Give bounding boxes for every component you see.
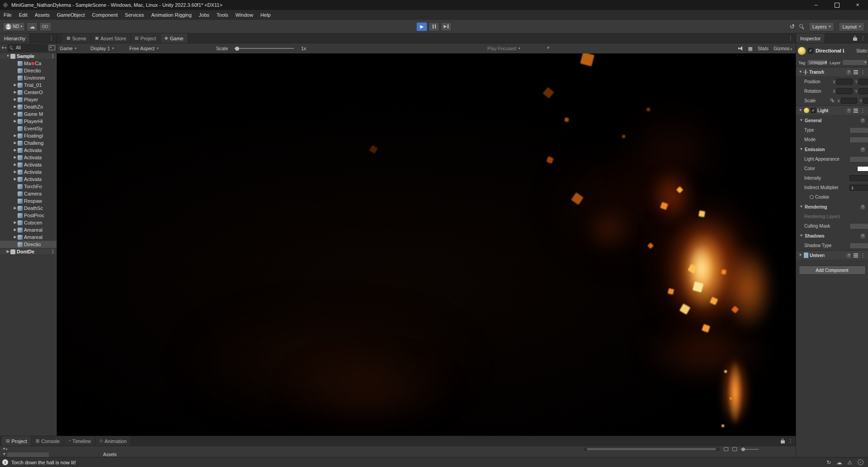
- help-icon[interactable]: ?: [860, 234, 865, 238]
- hierarchy-item-game-m[interactable]: ▶Game M: [0, 110, 57, 118]
- menu-item-window[interactable]: Window: [232, 10, 257, 20]
- hierarchy-item-activata[interactable]: ▶Activata: [0, 161, 57, 168]
- foldout-closed-icon[interactable]: ▶: [13, 228, 18, 232]
- tab-timeline[interactable]: ◔Timeline: [64, 436, 96, 446]
- add-asset-button[interactable]: +▾: [3, 447, 7, 451]
- foldout-open-icon[interactable]: ▼: [798, 109, 803, 112]
- tab-hierarchy[interactable]: Hierarchy: [0, 33, 30, 43]
- foldout-open-icon[interactable]: ▼: [798, 253, 803, 257]
- mode-dropdown[interactable]: ▾: [849, 137, 868, 143]
- foldout-closed-icon[interactable]: ▶: [13, 156, 18, 159]
- tab-game[interactable]: ◉Game: [160, 33, 188, 43]
- hierarchy-item-amareal[interactable]: ▶Amareal: [0, 234, 57, 241]
- search-icon[interactable]: [799, 24, 804, 29]
- play-button[interactable]: ▶: [416, 22, 427, 31]
- menu-item-help[interactable]: Help: [257, 10, 274, 20]
- grid-icon[interactable]: ▦: [748, 46, 753, 51]
- foldout-closed-icon[interactable]: ▶: [13, 112, 18, 116]
- help-icon[interactable]: ?: [846, 253, 851, 258]
- play-focused-dropdown[interactable]: Play Focused▾: [487, 43, 520, 53]
- foldout-open-icon[interactable]: ▼: [5, 54, 10, 58]
- component-menu-icon[interactable]: ⋮: [860, 108, 865, 113]
- account-button[interactable]: ND ▾: [3, 22, 25, 31]
- add-component-button[interactable]: Add Component: [799, 266, 866, 275]
- foldout-closed-icon[interactable]: ▶: [13, 98, 18, 101]
- layout-dropdown[interactable]: Layout ▾: [839, 22, 864, 31]
- emission-section-header[interactable]: ▼ Emission ?: [796, 144, 868, 154]
- tab-inspector[interactable]: Inspector: [796, 33, 825, 43]
- preset-icon[interactable]: [854, 253, 858, 257]
- minimize-button[interactable]: –: [806, 0, 826, 10]
- game-viewport[interactable]: [57, 53, 796, 436]
- foldout-open-icon[interactable]: ▼: [2, 453, 7, 456]
- hierarchy-item-dontde[interactable]: ▶DontDe⋮: [0, 248, 57, 255]
- tab-project[interactable]: ▤Project: [2, 436, 32, 446]
- scale-slider[interactable]: [234, 43, 294, 53]
- light-enabled-checkbox[interactable]: ✓: [811, 108, 816, 113]
- tab-animation[interactable]: ◇Animation: [95, 436, 131, 446]
- menu-item-tools[interactable]: Tools: [213, 10, 232, 20]
- hierarchy-item-trial-01[interactable]: ▶Trial_01: [0, 81, 57, 89]
- hierarchy-item-directio[interactable]: Directio: [0, 241, 57, 248]
- foldout-closed-icon[interactable]: ▶: [13, 83, 18, 87]
- link-constrain-icon[interactable]: [830, 99, 835, 103]
- cloud-services-button[interactable]: ☁: [27, 22, 38, 31]
- preset-icon[interactable]: [854, 70, 858, 74]
- hierarchy-item-sample[interactable]: ▼Sample⋮: [0, 52, 57, 60]
- foldout-closed-icon[interactable]: ▶: [13, 134, 18, 138]
- hierarchy-item-postproc[interactable]: PostProc: [0, 212, 57, 219]
- shadows-section-header[interactable]: ▼ Shadows ?: [796, 231, 868, 241]
- help-icon[interactable]: ?: [860, 147, 865, 152]
- foldout-open-icon[interactable]: ▼: [799, 148, 804, 151]
- component-menu-icon[interactable]: ⋮: [860, 253, 865, 258]
- help-icon[interactable]: ?: [846, 70, 851, 75]
- type-dropdown[interactable]: ▾: [849, 127, 868, 133]
- version-control-button[interactable]: [39, 22, 52, 31]
- scale-x-field[interactable]: [841, 98, 857, 104]
- static-label[interactable]: Static: [856, 48, 868, 53]
- hierarchy-item-respaw[interactable]: Respaw: [0, 197, 57, 205]
- foldout-closed-icon[interactable]: ▶: [13, 91, 18, 94]
- pause-button[interactable]: [429, 22, 439, 31]
- position-x-field[interactable]: [836, 79, 853, 85]
- hierarchy-item-challeng[interactable]: ▶Challeng: [0, 139, 57, 147]
- undo-history-icon[interactable]: ↺: [790, 24, 795, 29]
- tab-console[interactable]: ▥Console: [32, 436, 64, 446]
- horizontal-scrollbar[interactable]: [584, 448, 720, 451]
- foldout-closed-icon[interactable]: ▶: [13, 221, 18, 224]
- foldout-closed-icon[interactable]: ▶: [13, 119, 18, 123]
- hierarchy-item-eventsy[interactable]: EventSy: [0, 125, 57, 132]
- light-appearance-dropdown[interactable]: ▾: [849, 156, 868, 162]
- foldout-closed-icon[interactable]: ▶: [5, 250, 10, 253]
- foldout-closed-icon[interactable]: ▶: [13, 148, 18, 152]
- zoom-slider[interactable]: [741, 449, 759, 450]
- inspector-menu-icon[interactable]: ⋮: [860, 36, 865, 41]
- position-y-field[interactable]: [859, 79, 868, 85]
- aspect-ratio-dropdown[interactable]: Free Aspect▾: [129, 43, 159, 53]
- hierarchy-item-main-camera[interactable]: MaCa: [0, 60, 57, 67]
- active-checkbox[interactable]: ✓: [808, 48, 813, 53]
- hierarchy-item-activata[interactable]: ▶Activata: [0, 147, 57, 154]
- foldout-open-icon[interactable]: ▼: [799, 119, 804, 122]
- rotation-y-field[interactable]: [859, 88, 868, 94]
- breadcrumb[interactable]: Assets: [103, 452, 117, 457]
- tab-scene[interactable]: ▦Scene: [62, 33, 91, 43]
- game-view-menu-icon[interactable]: ⋮: [788, 36, 793, 41]
- foldout-open-icon[interactable]: ▼: [799, 205, 804, 209]
- hierarchy-item-torchfo[interactable]: TorchFo: [0, 183, 57, 190]
- rotation-x-field[interactable]: [836, 88, 853, 94]
- slider-knob[interactable]: [235, 47, 239, 51]
- layer-dropdown[interactable]: ▾: [842, 59, 868, 66]
- hierarchy-item-cutscen[interactable]: ▶Cutscen: [0, 219, 57, 226]
- slider-knob[interactable]: [741, 448, 745, 451]
- help-icon[interactable]: ?: [860, 118, 865, 123]
- foldout-open-icon[interactable]: ▼: [799, 234, 804, 238]
- step-button[interactable]: ▶: [441, 22, 452, 31]
- hierarchy-item-activata[interactable]: ▶Activata: [0, 168, 57, 176]
- status-message[interactable]: Torch down the hall is now lit!: [11, 460, 76, 465]
- rendering-section-header[interactable]: ▼ Rendering ?: [796, 202, 868, 212]
- light-component-header[interactable]: ▼ ✓ Light ? ⋮: [796, 105, 868, 115]
- foldout-closed-icon[interactable]: ▶: [13, 163, 18, 167]
- foldout-closed-icon[interactable]: ▶: [13, 235, 18, 239]
- help-icon[interactable]: ?: [860, 205, 865, 210]
